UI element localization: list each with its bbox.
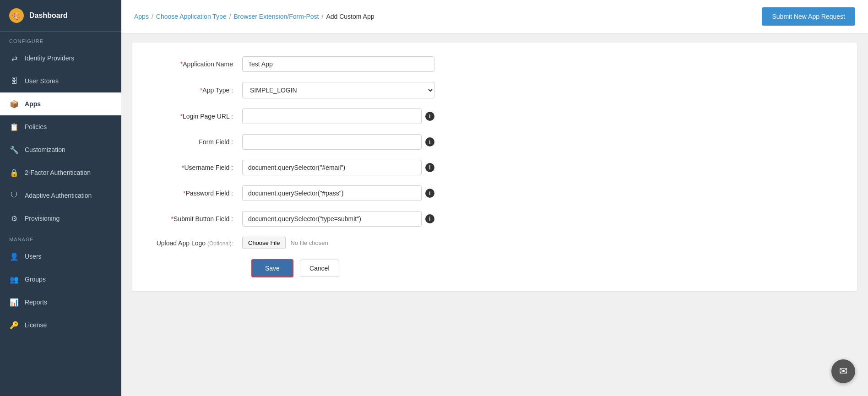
- form-row-app-name: *Application Name: [151, 56, 839, 72]
- form-row-username-field: *Username Field : i: [151, 160, 839, 175]
- main-content: Apps / Choose Application Type / Browser…: [121, 0, 868, 396]
- password-field-info-icon[interactable]: i: [425, 189, 434, 198]
- sidebar-item-identity-providers[interactable]: ⇄ Identity Providers: [0, 47, 121, 70]
- form-row-app-type: *App Type : SIMPLE_LOGIN FORM_POST BROWS…: [151, 82, 839, 98]
- login-url-input-wrap: i: [242, 108, 434, 124]
- dashboard-label: Dashboard: [29, 11, 68, 20]
- app-name-label: *Application Name: [151, 60, 242, 68]
- submit-button-field-info-icon[interactable]: i: [425, 214, 434, 223]
- app-type-input-wrap: SIMPLE_LOGIN FORM_POST BROWSER_EXTENSION: [242, 82, 434, 98]
- password-field-input[interactable]: [242, 185, 422, 201]
- breadcrumb: Apps / Choose Application Type / Browser…: [134, 13, 374, 20]
- chat-icon: ✉: [839, 365, 847, 377]
- sidebar-item-label: User Stores: [25, 77, 59, 85]
- users-icon: 👤: [9, 251, 19, 261]
- sidebar-item-label: License: [25, 321, 47, 329]
- submit-new-app-request-button[interactable]: Submit New App Request: [762, 7, 855, 26]
- sidebar-item-label: Customization: [25, 146, 65, 153]
- sidebar-item-label: Groups: [25, 276, 46, 283]
- username-field-label: *Username Field :: [151, 164, 242, 171]
- submit-button-field-input[interactable]: [242, 211, 422, 227]
- adaptive-auth-icon: 🛡: [9, 190, 19, 201]
- sidebar: 🎨 Dashboard Configure ⇄ Identity Provide…: [0, 0, 121, 396]
- password-field-input-wrap: i: [242, 185, 434, 201]
- breadcrumb-add-custom-app: Add Custom App: [326, 13, 374, 20]
- username-field-input[interactable]: [242, 160, 422, 175]
- cancel-button[interactable]: Cancel: [300, 260, 339, 277]
- no-file-chosen-label: No file chosen: [290, 239, 328, 246]
- sidebar-item-adaptive-auth[interactable]: 🛡 Adaptive Authentication: [0, 184, 121, 207]
- submit-button-field-label: *Submit Button Field :: [151, 215, 242, 222]
- form-field-input-wrap: i: [242, 134, 434, 150]
- provisioning-icon: ⚙: [9, 213, 19, 223]
- 2fa-icon: 🔒: [9, 168, 19, 178]
- sidebar-item-customization[interactable]: 🔧 Customization: [0, 138, 121, 161]
- policies-icon: 📋: [9, 122, 19, 132]
- save-button[interactable]: Save: [251, 259, 293, 277]
- dashboard-icon: 🎨: [9, 8, 24, 23]
- customization-icon: 🔧: [9, 145, 19, 155]
- username-field-info-icon[interactable]: i: [425, 163, 434, 172]
- file-input-wrap: Choose File No file chosen: [242, 237, 328, 249]
- breadcrumb-sep-2: /: [229, 13, 231, 20]
- sidebar-item-apps[interactable]: 📦 Apps: [0, 92, 121, 115]
- breadcrumb-choose-type[interactable]: Choose Application Type: [156, 13, 227, 20]
- form-row-password-field: *Password Field : i: [151, 185, 839, 201]
- breadcrumb-sep-1: /: [152, 13, 153, 20]
- app-name-input[interactable]: [242, 56, 434, 72]
- form-row-form-field: Form Field : i: [151, 134, 839, 150]
- configure-section-label: Configure: [0, 32, 121, 47]
- form-row-submit-button-field: *Submit Button Field : i: [151, 211, 839, 227]
- breadcrumb-sep-3: /: [322, 13, 324, 20]
- sidebar-item-license[interactable]: 🔑 License: [0, 314, 121, 336]
- form-field-info-icon[interactable]: i: [425, 137, 434, 146]
- sidebar-item-label: Adaptive Authentication: [25, 192, 92, 199]
- form-row-login-url: *Login Page URL : i: [151, 108, 839, 124]
- submit-button-field-input-wrap: i: [242, 211, 434, 227]
- sidebar-item-label: Identity Providers: [25, 54, 74, 62]
- sidebar-logo[interactable]: 🎨 Dashboard: [0, 0, 121, 32]
- sidebar-item-2fa[interactable]: 🔒 2-Factor Authentication: [0, 161, 121, 184]
- action-row: Save Cancel: [151, 259, 839, 277]
- sidebar-item-label: Reports: [25, 298, 47, 306]
- sidebar-item-label: 2-Factor Authentication: [25, 169, 91, 176]
- manage-section-label: Manage: [0, 230, 121, 245]
- app-type-select[interactable]: SIMPLE_LOGIN FORM_POST BROWSER_EXTENSION: [242, 82, 434, 98]
- upload-logo-label: Upload App Logo (Optional):: [151, 239, 242, 247]
- login-url-input[interactable]: [242, 108, 422, 124]
- form-panel: *Application Name *App Type : SIMPLE_LOG…: [132, 43, 857, 291]
- sidebar-item-label: Users: [25, 253, 42, 260]
- license-icon: 🔑: [9, 320, 19, 330]
- sidebar-item-user-stores[interactable]: 🗄 User Stores: [0, 70, 121, 92]
- sidebar-item-users[interactable]: 👤 Users: [0, 245, 121, 268]
- breadcrumb-browser-ext[interactable]: Browser Extension/Form-Post: [234, 13, 319, 20]
- password-field-label: *Password Field :: [151, 190, 242, 197]
- sidebar-item-groups[interactable]: 👥 Groups: [0, 268, 121, 291]
- sidebar-item-label: Provisioning: [25, 215, 60, 222]
- page-header: Apps / Choose Application Type / Browser…: [121, 0, 868, 33]
- username-field-input-wrap: i: [242, 160, 434, 175]
- form-row-upload-logo: Upload App Logo (Optional): Choose File …: [151, 237, 839, 249]
- sidebar-item-policies[interactable]: 📋 Policies: [0, 115, 121, 138]
- chat-fab-button[interactable]: ✉: [831, 359, 855, 383]
- sidebar-item-label: Policies: [25, 123, 47, 130]
- app-name-input-wrap: [242, 56, 434, 72]
- groups-icon: 👥: [9, 274, 19, 284]
- form-field-label: Form Field :: [151, 138, 242, 146]
- user-stores-icon: 🗄: [9, 76, 19, 86]
- identity-providers-icon: ⇄: [9, 53, 19, 63]
- sidebar-item-label: Apps: [25, 100, 41, 108]
- login-url-label: *Login Page URL :: [151, 113, 242, 120]
- sidebar-item-provisioning[interactable]: ⚙ Provisioning: [0, 207, 121, 230]
- sidebar-item-reports[interactable]: 📊 Reports: [0, 291, 121, 314]
- choose-file-button[interactable]: Choose File: [242, 237, 286, 249]
- app-type-label: *App Type :: [151, 87, 242, 94]
- form-field-input[interactable]: [242, 134, 422, 150]
- apps-icon: 📦: [9, 99, 19, 109]
- login-url-info-icon[interactable]: i: [425, 112, 434, 121]
- breadcrumb-apps[interactable]: Apps: [134, 13, 149, 20]
- reports-icon: 📊: [9, 297, 19, 307]
